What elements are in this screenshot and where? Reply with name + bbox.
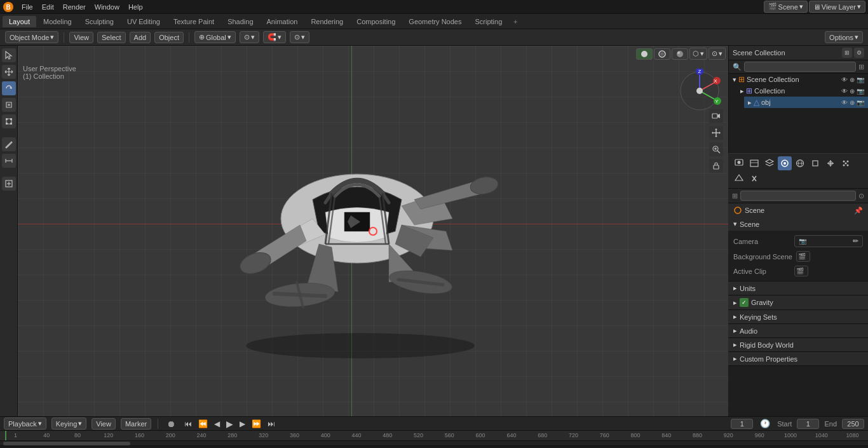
audio-section-header[interactable]: ▸ Audio (728, 324, 868, 337)
prop-output-icon[interactable] (747, 156, 761, 170)
collection-eye-icon[interactable]: 👁 (841, 88, 848, 95)
rotate-tool[interactable] (2, 81, 16, 95)
camera-eyedropper-icon[interactable]: ✏ (853, 237, 858, 245)
menu-window[interactable]: Window (91, 2, 123, 12)
end-frame-input[interactable]: 250 (842, 419, 864, 429)
tab-modeling[interactable]: Modeling (37, 16, 78, 27)
next-keyframe-button[interactable]: ▶ (238, 419, 247, 429)
tab-sculpting[interactable]: Sculpting (79, 16, 120, 27)
collection-render-icon[interactable]: 📷 (857, 88, 864, 95)
timeline-view-dropdown[interactable]: View (92, 418, 116, 430)
tab-shading[interactable]: Shading (221, 16, 259, 27)
prop-modifier-icon[interactable] (824, 156, 837, 170)
view-layer-selector[interactable]: 🖥 View Layer ▾ (809, 1, 865, 13)
prop-physics-icon[interactable] (732, 172, 746, 186)
obj-eye-icon[interactable]: 👁 (841, 99, 848, 106)
jump-start-button[interactable]: ⏮ (182, 419, 194, 429)
prop-view-layer-icon[interactable] (763, 156, 776, 170)
camera-prop-value[interactable]: 📷 ✏ (794, 235, 863, 247)
object-mode-dropdown[interactable]: Object Mode ▾ (5, 31, 58, 43)
viewport-shading-material[interactable] (654, 48, 670, 60)
scene-subsection-header[interactable]: ▾ Scene (728, 217, 868, 231)
marker-dropdown[interactable]: Marker (121, 418, 151, 430)
scene-prop-header[interactable]: Scene 📌 (728, 203, 868, 217)
gravity-checkbox[interactable]: ✓ (740, 298, 749, 307)
tab-animation[interactable]: Animation (261, 16, 304, 27)
custom-props-header[interactable]: ▸ Custom Properties (728, 352, 868, 365)
tab-compositing[interactable]: Compositing (350, 16, 402, 27)
obj-select-icon[interactable]: ⊕ (850, 99, 855, 106)
outliner-collection-item[interactable]: ▸ ⊞ Collection 👁 ⊕ 📷 (736, 85, 868, 97)
properties-search-input[interactable] (740, 191, 856, 201)
camera-lock-button[interactable] (709, 159, 723, 173)
view-menu[interactable]: View (69, 32, 93, 43)
tab-rendering[interactable]: Rendering (304, 16, 349, 27)
menu-edit[interactable]: Edit (38, 2, 58, 12)
tab-scripting[interactable]: Scripting (468, 16, 508, 27)
object-menu[interactable]: Object (154, 32, 184, 43)
proportional-edit[interactable]: ⊙ ▾ (290, 31, 309, 43)
scene-collection-render-icon[interactable]: 📷 (857, 76, 864, 83)
pan-button[interactable] (709, 126, 723, 140)
active-clip-value[interactable]: 🎬 (794, 266, 808, 276)
current-frame-display[interactable]: 1 (731, 419, 753, 429)
options-button[interactable]: Options ▾ (825, 31, 863, 43)
outliner-scene-collection[interactable]: ▾ ⊞ Scene Collection 👁 ⊕ 📷 (729, 74, 868, 85)
menu-render[interactable]: Render (59, 2, 90, 12)
prop-world-icon[interactable] (793, 156, 807, 170)
prop-object-icon[interactable] (808, 156, 822, 170)
move-tool[interactable] (2, 65, 16, 79)
viewport-shading-rendered[interactable] (672, 48, 688, 60)
pin-icon[interactable]: 📌 (854, 207, 863, 215)
prop-render-icon[interactable] (732, 156, 746, 170)
playhead[interactable] (5, 431, 6, 440)
pivot-dropdown[interactable]: ⊙ ▾ (240, 31, 259, 43)
units-section-header[interactable]: ▸ Units (728, 282, 868, 295)
rigid-body-header[interactable]: ▸ Rigid Body World (728, 338, 868, 351)
play-button[interactable]: ▶ (224, 418, 235, 430)
gravity-section-header[interactable]: ▸ ✓ Gravity (728, 295, 868, 309)
transform-tool[interactable] (2, 114, 16, 128)
transform-global-dropdown[interactable]: ⊕ Global ▾ (194, 31, 236, 43)
prop-constraints-icon[interactable] (747, 172, 761, 186)
next-frame-button[interactable]: ⏩ (250, 419, 263, 429)
tab-geometry-nodes[interactable]: Geometry Nodes (402, 16, 468, 27)
select-menu[interactable]: Select (97, 32, 126, 43)
background-scene-value[interactable]: 🎬 (796, 251, 810, 262)
menu-file[interactable]: File (18, 2, 37, 12)
record-button[interactable]: ⏺ (165, 418, 177, 430)
prev-frame-button[interactable]: ⏪ (196, 419, 210, 429)
tab-layout[interactable]: Layout (3, 16, 36, 27)
cursor-tool[interactable] (2, 48, 16, 62)
jump-end-button[interactable]: ⏭ (266, 419, 277, 429)
navigation-gizmo[interactable]: X Y Z (677, 69, 722, 113)
zoom-button[interactable] (709, 142, 723, 156)
camera-view-button[interactable] (709, 109, 723, 123)
start-frame-input[interactable]: 1 (797, 419, 819, 429)
outliner-filter-button[interactable]: ⊞ (842, 48, 852, 58)
keying-sets-header[interactable]: ▸ Keying Sets (728, 310, 868, 323)
timeline-track[interactable]: 1 40 80 120 160 200 240 280 320 360 400 … (0, 431, 868, 440)
scene-collection-eye-icon[interactable]: 👁 (841, 76, 848, 83)
scene-selector[interactable]: 🎬 Scene ▾ (764, 1, 808, 13)
overlays-dropdown[interactable]: ⬡ ▾ (689, 48, 707, 60)
outliner-obj-item[interactable]: ▸ △ obj 👁 ⊕ 📷 (744, 97, 868, 108)
tab-uv-editing[interactable]: UV Editing (121, 16, 166, 27)
viewport-shading-solid[interactable] (636, 48, 653, 60)
add-menu[interactable]: Add (130, 32, 151, 43)
prop-particles-icon[interactable] (839, 156, 853, 170)
add-object-tool[interactable] (2, 177, 16, 191)
measure-tool[interactable] (2, 154, 16, 168)
timeline-scrollbar[interactable] (0, 440, 868, 445)
scale-tool[interactable] (2, 98, 16, 112)
timeline-scrollbar-thumb[interactable] (3, 442, 130, 445)
gizmo-toggle[interactable]: ⊙ ▾ (709, 48, 726, 60)
collection-select-icon[interactable]: ⊕ (850, 88, 855, 95)
menu-help[interactable]: Help (125, 2, 147, 12)
prev-keyframe-button[interactable]: ◀ (212, 419, 222, 429)
keying-dropdown[interactable]: Keying ▾ (51, 417, 87, 430)
tab-texture-paint[interactable]: Texture Paint (167, 16, 220, 27)
outliner-search-input[interactable] (744, 62, 856, 72)
add-workspace-button[interactable]: + (509, 15, 522, 28)
playback-dropdown[interactable]: Playback ▾ (4, 417, 46, 430)
